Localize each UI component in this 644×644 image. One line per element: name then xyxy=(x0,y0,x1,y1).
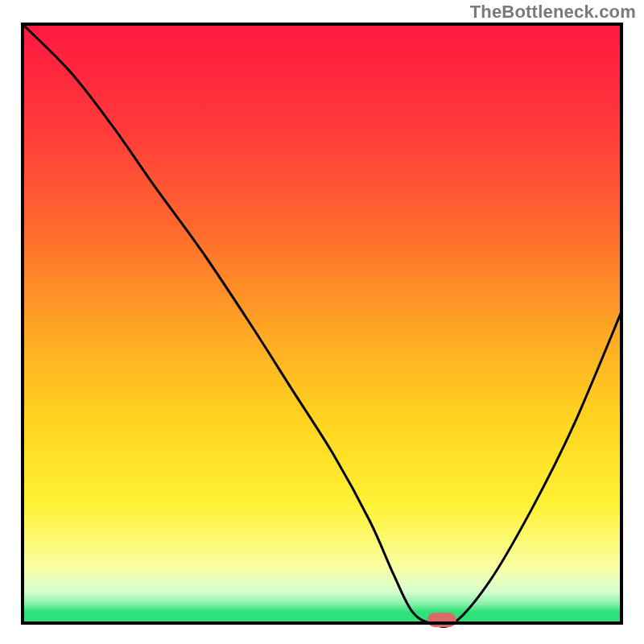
chart-gradient-background xyxy=(23,24,621,612)
chart-green-band xyxy=(23,612,621,623)
chart-minimum-marker xyxy=(427,613,456,627)
watermark-text: TheBottleneck.com xyxy=(470,2,636,23)
chart-svg xyxy=(0,0,644,644)
